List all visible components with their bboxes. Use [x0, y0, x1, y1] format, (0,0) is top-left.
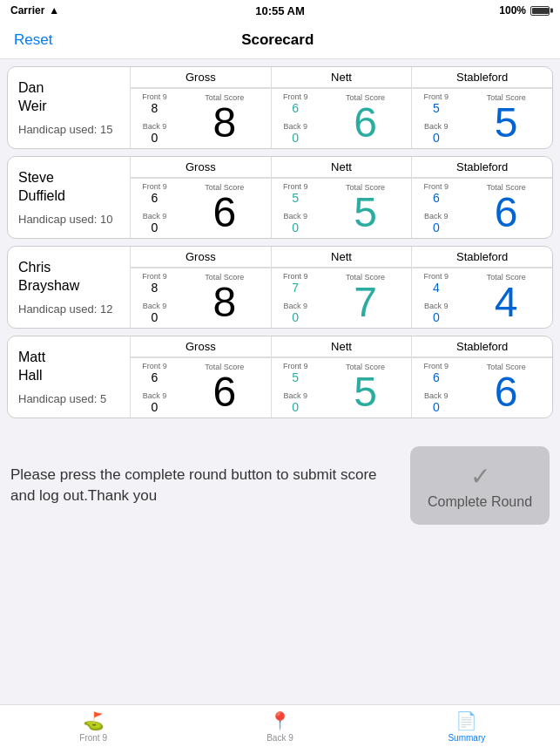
stableford-back9-val-3: 0 [433, 310, 440, 324]
nett-back9-val-1: 0 [292, 131, 299, 145]
gross-section-4: Front 9 6 Back 9 0 Total Score 6 [130, 358, 271, 418]
gross-back9-val-2: 0 [152, 221, 159, 234]
nett-back9-label-4: Back 9 [283, 391, 307, 400]
reset-button[interactable]: Reset [14, 31, 52, 49]
wifi-icon: ▲ [49, 4, 59, 17]
player-handicap-3: Handicap used: 12 [18, 302, 119, 316]
player-info-2: SteveDuffield Handicap used: 10 [8, 157, 130, 238]
complete-round-button[interactable]: ✓ Complete Round [410, 446, 550, 525]
stableford-back9-label-2: Back 9 [424, 212, 449, 221]
player-card-4: MattHall Handicap used: 5 Gross Nett Sta… [7, 336, 553, 418]
nett-narrow-2: Front 9 5 Back 9 0 [272, 179, 320, 238]
nett-back9-row-3: Back 9 0 [283, 302, 307, 324]
stableford-back9-row-2: Back 9 0 [424, 212, 449, 234]
nett-header-2: Nett [271, 157, 412, 178]
stableford-front9-row-3: Front 9 4 [424, 272, 449, 295]
stableford-front9-val-4: 6 [433, 370, 440, 384]
stableford-front9-val-3: 4 [433, 281, 440, 295]
front9-icon: ⛳ [83, 710, 105, 731]
nett-front9-row-3: Front 9 7 [283, 272, 308, 295]
nett-front9-label-1: Front 9 [283, 92, 308, 101]
nett-header-1: Nett [271, 67, 412, 88]
nett-front9-row-2: Front 9 5 [283, 182, 308, 205]
gross-total-col-1: Total Score 8 [179, 89, 271, 148]
nett-total-col-1: Total Score 6 [320, 89, 412, 148]
nett-back9-val-3: 0 [292, 310, 299, 324]
nett-back9-label-1: Back 9 [283, 122, 307, 131]
nett-front9-label-3: Front 9 [283, 272, 308, 281]
gross-total-val-4: 6 [213, 371, 236, 413]
score-rows-3: Front 9 8 Back 9 0 Total Score 8 [130, 268, 552, 328]
status-right: 100% [499, 4, 550, 17]
player-info-4: MattHall Handicap used: 5 [8, 336, 130, 418]
stableford-back9-val-4: 0 [433, 400, 440, 414]
summary-icon: 📄 [455, 710, 477, 731]
nett-front9-val-2: 5 [292, 191, 299, 205]
gross-section-3: Front 9 8 Back 9 0 Total Score 8 [130, 268, 271, 328]
nett-total-val-4: 5 [354, 371, 377, 413]
gross-back9-row-2: Back 9 0 [143, 212, 167, 234]
player-handicap-1: Handicap used: 15 [18, 123, 119, 136]
stableford-total-col-4: Total Score 6 [460, 358, 552, 418]
gross-total-col-4: Total Score 6 [179, 358, 271, 418]
stableford-header-1: Stableford [411, 67, 552, 88]
nett-header-4: Nett [271, 336, 412, 357]
player-handicap-4: Handicap used: 5 [18, 392, 119, 405]
nett-narrow-3: Front 9 7 Back 9 0 [272, 268, 320, 328]
nett-total-col-2: Total Score 5 [320, 179, 412, 238]
stableford-header-3: Stableford [411, 247, 552, 268]
player-info-1: DanWeir Handicap used: 15 [8, 67, 130, 148]
gross-front9-label-4: Front 9 [142, 362, 167, 370]
stableford-narrow-2: Front 9 6 Back 9 0 [412, 179, 460, 238]
stableford-back9-val-1: 0 [433, 131, 440, 145]
summary-label: Summary [448, 733, 485, 743]
nett-section-1: Front 9 6 Back 9 0 Total Score 6 [271, 89, 412, 148]
nett-total-val-1: 6 [354, 102, 377, 144]
gross-back9-row-4: Back 9 0 [143, 391, 167, 414]
player-handicap-2: Handicap used: 10 [18, 213, 119, 226]
carrier-text: Carrier [10, 4, 44, 17]
stableford-front9-row-4: Front 9 6 [424, 362, 449, 384]
tab-front9[interactable]: ⛳ Front 9 [0, 705, 186, 747]
front9-label: Front 9 [79, 733, 107, 743]
tab-summary[interactable]: 📄 Summary [374, 705, 560, 747]
tab-back9[interactable]: 📍 Back 9 [186, 705, 373, 747]
stableford-front9-label-4: Front 9 [424, 362, 449, 370]
nett-back9-row-4: Back 9 0 [283, 391, 307, 414]
score-sections-2: Gross Nett Stableford Front 9 6 [130, 157, 552, 238]
gross-front9-row-3: Front 9 8 [142, 272, 167, 295]
gross-header-4: Gross [130, 336, 271, 357]
stableford-section-3: Front 9 4 Back 9 0 Total Score 4 [411, 268, 552, 328]
stableford-back9-val-2: 0 [433, 221, 440, 234]
player-info-3: ChrisBrayshaw Handicap used: 12 [8, 247, 130, 328]
nett-total-val-2: 5 [354, 192, 377, 234]
gross-narrow-1: Front 9 8 Back 9 0 [131, 89, 179, 148]
gross-front9-row-2: Front 9 6 [142, 182, 167, 205]
gross-front9-val-2: 6 [152, 191, 159, 205]
gross-total-col-2: Total Score 6 [179, 179, 271, 238]
score-headers-3: Gross Nett Stableford [130, 247, 552, 268]
gross-narrow-3: Front 9 8 Back 9 0 [131, 268, 179, 328]
gross-front9-val-3: 8 [152, 281, 159, 295]
player-card-3: ChrisBrayshaw Handicap used: 12 Gross Ne… [7, 246, 553, 329]
gross-total-val-2: 6 [213, 192, 236, 234]
main-content: DanWeir Handicap used: 15 Gross Nett Sta… [0, 59, 560, 432]
stableford-section-4: Front 9 6 Back 9 0 Total Score 6 [411, 358, 552, 418]
stableford-narrow-4: Front 9 6 Back 9 0 [412, 358, 460, 418]
nav-bar: Reset Scorecard [0, 21, 560, 59]
stableford-total-col-2: Total Score 6 [460, 179, 552, 238]
gross-total-col-3: Total Score 8 [179, 268, 271, 328]
stableford-total-val-2: 6 [495, 192, 518, 234]
gross-header-3: Gross [130, 247, 271, 268]
nett-total-val-3: 7 [354, 282, 377, 323]
nett-section-2: Front 9 5 Back 9 0 Total Score 5 [271, 179, 412, 238]
gross-section-2: Front 9 6 Back 9 0 Total Score 6 [130, 179, 271, 238]
stableford-section-1: Front 9 5 Back 9 0 Total Score 5 [411, 89, 552, 148]
nav-title: Scorecard [241, 31, 314, 49]
stableford-section-2: Front 9 6 Back 9 0 Total Score 6 [411, 179, 552, 238]
gross-back9-label-1: Back 9 [143, 122, 167, 131]
nett-front9-label-2: Front 9 [283, 182, 308, 191]
gross-back9-val-3: 0 [152, 310, 159, 324]
nett-front9-val-3: 7 [292, 281, 299, 295]
gross-front9-label-2: Front 9 [142, 182, 167, 191]
